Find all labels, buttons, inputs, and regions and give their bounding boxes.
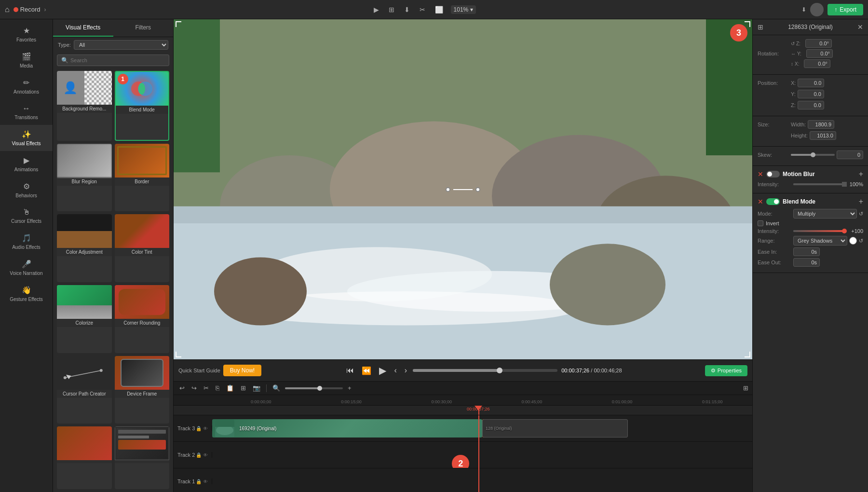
playhead-indicator[interactable] (478, 406, 479, 415)
properties-button[interactable]: ⚙ Properties (705, 365, 747, 376)
rotation-y-input[interactable] (806, 49, 833, 58)
step-back-button[interactable]: ⏪ (360, 364, 373, 377)
download-icon[interactable]: ⬇ (801, 6, 806, 13)
sidebar-item-favorites[interactable]: ★ Favorites (0, 21, 53, 47)
progress-bar[interactable] (413, 369, 557, 372)
track-lock-3[interactable]: 🔒 (196, 426, 202, 431)
cut-button[interactable]: ✂ (202, 383, 211, 393)
effect-blur-region[interactable]: Blur Region (57, 144, 112, 212)
prev-frame-button[interactable]: ‹ (392, 364, 398, 377)
export-button[interactable]: ↑ Export (827, 4, 863, 15)
motion-blur-remove[interactable]: ✕ (758, 170, 763, 178)
mode-reset[interactable]: ↺ (859, 211, 863, 217)
range-reset[interactable]: ↺ (859, 238, 863, 244)
position-y-input[interactable] (798, 90, 824, 98)
rotation-z-input[interactable] (805, 39, 832, 48)
position-z-input[interactable] (798, 101, 824, 109)
track-lock-1[interactable]: 🔒 (196, 479, 202, 484)
sidebar-item-annotations[interactable]: ✏ Annotations (0, 73, 53, 99)
motion-blur-add[interactable]: + (859, 170, 863, 178)
track-clip-3-ext[interactable]: 128 (Original) (482, 419, 628, 437)
preview-center-handle[interactable] (446, 187, 480, 192)
home-icon[interactable]: ⌂ (5, 5, 10, 14)
down-icon[interactable]: ⬇ (402, 4, 412, 15)
sidebar-item-behaviors[interactable]: ⚙ Behaviors (0, 177, 53, 203)
effect-blend-mode[interactable]: 1 Blend Mode (115, 71, 170, 141)
group-icon[interactable]: ⊞ (387, 4, 396, 15)
paste-button[interactable]: 📋 (224, 383, 236, 393)
blend-mode-add[interactable]: + (859, 197, 863, 206)
panel-close-button[interactable]: ✕ (857, 23, 863, 31)
sidebar-item-audio-effects[interactable]: 🎵 Audio Effects (0, 229, 53, 255)
zoom-slider[interactable] (285, 387, 343, 389)
rotation-group: Rotation: ↺ Z: ↔ Y: ↕ X: (753, 35, 868, 75)
sidebar-item-transitions[interactable]: ↔ Transitions (0, 99, 53, 125)
avatar[interactable] (810, 3, 824, 16)
quick-start-guide-button[interactable]: Quick Start Guide (178, 368, 220, 373)
panel-grid-button[interactable]: ⊞ (758, 23, 763, 31)
buy-now-button[interactable]: Buy Now! (223, 365, 261, 376)
copy-button[interactable]: ⎘ (214, 383, 221, 393)
skew-slider[interactable] (791, 154, 835, 156)
motion-blur-toggle[interactable] (766, 171, 780, 178)
next-frame-button[interactable]: › (403, 364, 409, 377)
sidebar-item-voice-narration[interactable]: 🎤 Voice Narration (0, 255, 53, 281)
mode-select[interactable]: Multiply (793, 209, 857, 219)
tab-visual-effects[interactable]: Visual Effects (53, 19, 113, 37)
search-input[interactable] (70, 57, 165, 63)
svg-rect-22 (706, 19, 752, 155)
effect-more-2[interactable] (115, 426, 170, 489)
play-icon[interactable]: ▶ (372, 4, 381, 15)
search-box[interactable]: 🔍 (57, 55, 169, 66)
blend-mode-remove[interactable]: ✕ (758, 198, 763, 205)
zoom-in-button[interactable]: + (346, 383, 353, 393)
redo-button[interactable]: ↪ (190, 383, 199, 393)
frame-icon[interactable]: ⬜ (433, 4, 445, 15)
snapshot-button[interactable]: 📷 (251, 383, 262, 393)
effect-cursor-path-creator[interactable]: Cursor Path Creator (57, 356, 112, 424)
intensity-slider[interactable] (793, 183, 844, 185)
sidebar-item-cursor-effects[interactable]: 🖱 Cursor Effects (0, 203, 53, 229)
sidebar-item-gesture-effects[interactable]: 👋 Gesture Effects (0, 281, 53, 307)
skew-row: Skew: (758, 150, 863, 159)
effect-more-1[interactable] (57, 426, 112, 489)
progress-thumb (497, 368, 502, 373)
effect-corner-rounding[interactable]: Corner Rounding (115, 285, 170, 353)
zoom-control[interactable]: 101% ▾ (451, 5, 476, 14)
position-x-input[interactable] (798, 79, 824, 87)
effect-device-frame[interactable]: Device Frame (115, 356, 170, 424)
track-clip-3-main[interactable]: 169249 (Original) (212, 419, 482, 437)
blend-intensity-slider[interactable] (793, 230, 844, 232)
ease-in-input[interactable] (793, 247, 820, 256)
range-select[interactable]: Grey Shadows (793, 236, 847, 246)
type-select[interactable]: All (74, 40, 168, 50)
range-color[interactable] (849, 237, 857, 245)
invert-checkbox[interactable] (758, 220, 763, 226)
effect-background-remove[interactable]: 👤 Background Remo... (57, 71, 112, 141)
skew-input[interactable] (837, 150, 863, 159)
play-pause-button[interactable]: ▶ (377, 363, 388, 378)
paste-insert-button[interactable]: ⊞ (239, 383, 248, 393)
track-lock-2[interactable]: 🔒 (196, 452, 202, 458)
undo-button[interactable]: ↩ (177, 383, 187, 393)
effect-colorize[interactable]: Colorize (57, 285, 112, 353)
fit-button[interactable]: ⊞ (743, 384, 748, 392)
zoom-out-button[interactable]: 🔍 (271, 383, 282, 393)
sidebar-item-media[interactable]: 🎬 Media (0, 47, 53, 73)
track-visible-2[interactable]: 👁 (203, 452, 208, 458)
cut-icon[interactable]: ✂ (418, 4, 427, 15)
track-visible-1[interactable]: 👁 (203, 479, 208, 484)
height-input[interactable] (810, 131, 836, 140)
effect-border[interactable]: Border (115, 144, 170, 212)
sidebar-item-animations[interactable]: ▶ Animations (0, 151, 53, 177)
sidebar-item-visual-effects[interactable]: ✨ Visual Effects (0, 125, 53, 151)
tab-filters[interactable]: Filters (113, 19, 174, 37)
track-visible-3[interactable]: 👁 (203, 426, 208, 431)
width-input[interactable] (808, 120, 834, 129)
rotation-x-input[interactable] (804, 59, 830, 68)
blend-mode-toggle[interactable] (766, 198, 780, 205)
skip-back-button[interactable]: ⏮ (344, 364, 356, 377)
ease-out-input[interactable] (793, 258, 820, 267)
effect-color-tint[interactable]: Color Tint (115, 214, 170, 282)
effect-color-adjustment[interactable]: Color Adjustment (57, 214, 112, 282)
